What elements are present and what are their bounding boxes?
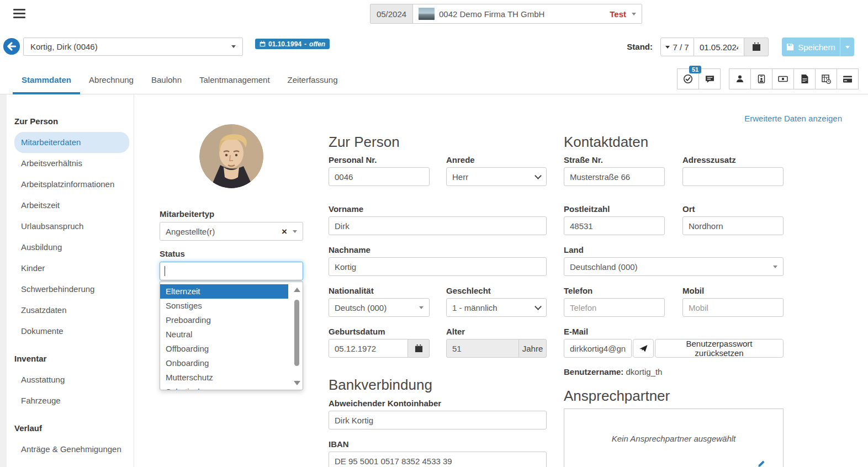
user-button[interactable] [729, 68, 751, 89]
id-badge-icon [757, 75, 766, 83]
telefon-input[interactable] [564, 298, 665, 317]
sidebar-header-inventar: Inventar [14, 348, 134, 369]
benutzername-label: Benutzername: [564, 367, 623, 376]
ansprechpartner-empty-text: Kein Ansprechpartner ausgewählt [564, 434, 783, 443]
ansprechpartner-box: Kein Ansprechpartner ausgewählt [564, 408, 784, 467]
stand-label: Stand: [627, 42, 653, 51]
ort-label: Ort [682, 204, 695, 214]
dropdown-scrollbar[interactable] [293, 285, 301, 388]
reset-password-button[interactable]: Benutzerpasswort zurücksetzen [655, 339, 784, 358]
anrede-select[interactable]: Herr [446, 167, 547, 186]
save-button[interactable]: Speichern [782, 38, 854, 56]
iban-input[interactable] [329, 452, 547, 467]
status-dropdown: Elternzeit Sonstiges Preboarding Neutral… [160, 282, 303, 390]
period-box[interactable]: 05/2024 [371, 4, 413, 23]
scrollbar-thumb[interactable] [294, 300, 299, 366]
sidebar-item-kinder[interactable]: Kinder [14, 258, 129, 279]
tab-baulohn[interactable]: Baulohn [142, 65, 190, 94]
tab-abrechnung[interactable]: Abrechnung [80, 65, 142, 94]
sidebar-item-mitarbeiterdaten[interactable]: Mitarbeiterdaten [14, 132, 129, 153]
mobil-input[interactable] [682, 298, 784, 317]
status-input[interactable] [160, 262, 303, 280]
benutzername-line: Benutzername: dkortig_th [564, 367, 662, 376]
sidebar-item-dokumente[interactable]: Dokumente [14, 321, 129, 342]
vorname-label: Vorname [329, 204, 363, 214]
sidebar-item-arbeitszeit[interactable]: Arbeitszeit [14, 195, 129, 216]
document-button[interactable] [793, 68, 816, 89]
personal-nr-input[interactable] [329, 167, 430, 186]
send-email-button[interactable] [633, 339, 654, 358]
status-option-sonstiges[interactable]: Sonstiges [160, 299, 288, 313]
back-button[interactable] [3, 38, 20, 55]
sidebar-item-schwerbehinderung[interactable]: Schwerbehinderung [14, 279, 129, 300]
anrede-label: Anrede [446, 155, 475, 164]
chevron-down-icon [419, 306, 424, 309]
sidebar-item-arbeitsverhaeltnis[interactable]: Arbeitsverhältnis [14, 153, 129, 174]
vorname-input[interactable] [329, 216, 547, 235]
status-option-elternzeit[interactable]: Elternzeit [160, 284, 288, 299]
company-selector[interactable]: 05/2024 0042 Demo Firma TH GmbH Test [370, 4, 642, 24]
geburtsdatum-input[interactable] [329, 339, 408, 358]
clear-icon[interactable]: × [282, 227, 287, 236]
nationalitaet-select[interactable]: Deutsch (000) [329, 298, 430, 317]
sidebar-item-urlaubsanspruch[interactable]: Urlaubsanspruch [14, 216, 129, 237]
geburtsdatum-calendar-button[interactable] [407, 339, 430, 358]
billing-clock-button[interactable] [815, 68, 837, 89]
sidebar-item-antraege-genehmigungen[interactable]: Anträge & Genehmigungen [14, 439, 129, 460]
entry-date-badge: 01.10.1994 - offen [255, 39, 330, 49]
edit-ansprechpartner-button[interactable] [757, 460, 765, 467]
sidebar-item-fahrzeuge[interactable]: Fahrzeuge [14, 390, 129, 411]
scroll-up-icon[interactable] [294, 288, 300, 292]
telefon-label: Telefon [564, 286, 592, 295]
status-option-mutterschutz[interactable]: Mutterschutz [160, 370, 288, 385]
alter-label: Alter [446, 327, 465, 336]
save-options-caret[interactable] [840, 38, 854, 56]
tab-zeiterfassung[interactable]: Zeiterfassung [279, 65, 347, 94]
tab-talentmanagement[interactable]: Talentmanagement [190, 65, 279, 94]
sidebar-item-zusatzdaten[interactable]: Zusatzdaten [14, 300, 129, 321]
land-select[interactable]: Deutschland (000) [564, 257, 784, 276]
status-option-onboarding[interactable]: Onboarding [160, 356, 288, 370]
postleitzahl-label: Postleitzahl [564, 204, 610, 214]
stand-date-input[interactable] [694, 38, 744, 56]
company-logo [419, 8, 435, 20]
chevron-down-icon [293, 230, 297, 233]
comments-button[interactable] [698, 68, 721, 89]
comment-icon [705, 75, 714, 84]
employee-select[interactable]: Kortig, Dirk (0046) [23, 38, 243, 56]
money-button[interactable] [772, 68, 794, 89]
calendar-button[interactable] [744, 38, 769, 56]
environment-badge[interactable]: Test [610, 4, 626, 23]
sidebar-item-ausbildung[interactable]: Ausbildung [14, 237, 129, 258]
postleitzahl-input[interactable] [564, 216, 665, 235]
email-input[interactable] [564, 339, 632, 358]
id-badge-button[interactable] [750, 68, 772, 89]
strasse-input[interactable] [564, 167, 665, 186]
status-option-neutral[interactable]: Neutral [160, 327, 288, 342]
nachname-label: Nachname [329, 245, 371, 254]
app-window: 05/2024 0042 Demo Firma TH GmbH Test Kor… [0, 0, 868, 467]
calendar-icon [415, 344, 423, 353]
status-option-offboarding[interactable]: Offboarding [160, 342, 288, 356]
credit-card-icon [843, 75, 853, 83]
credit-card-button[interactable] [837, 68, 859, 89]
sidebar-header-verlauf: Verlauf [14, 418, 134, 439]
sidebar-item-ausstattung[interactable]: Ausstattung [14, 369, 129, 390]
hamburger-menu-icon[interactable] [13, 9, 25, 19]
nachname-input[interactable] [329, 257, 547, 276]
entry-status: offen [309, 40, 325, 48]
left-gutter [0, 94, 7, 467]
erweiterte-daten-link[interactable]: Erweiterte Daten anzeigen [744, 114, 842, 123]
sidebar-item-arbeitsplatzinformationen[interactable]: Arbeitsplatzinformationen [14, 174, 129, 195]
kontoinhaber-input[interactable] [329, 411, 547, 429]
version-select[interactable]: 7 / 7 [660, 38, 694, 56]
status-option-preboarding[interactable]: Preboarding [160, 313, 288, 327]
ort-input[interactable] [682, 216, 784, 235]
adresszusatz-input[interactable] [682, 167, 784, 186]
section-title-zur-person: Zur Person [329, 134, 400, 151]
tab-stammdaten[interactable]: Stammdaten [13, 65, 80, 94]
status-option-sabatical[interactable]: Sabatical [160, 385, 288, 390]
geschlecht-select[interactable]: 1 - männlich [446, 298, 547, 317]
mitarbeitertyp-select[interactable]: Angestellte(r) × [160, 222, 303, 241]
scroll-down-icon[interactable] [294, 381, 300, 385]
